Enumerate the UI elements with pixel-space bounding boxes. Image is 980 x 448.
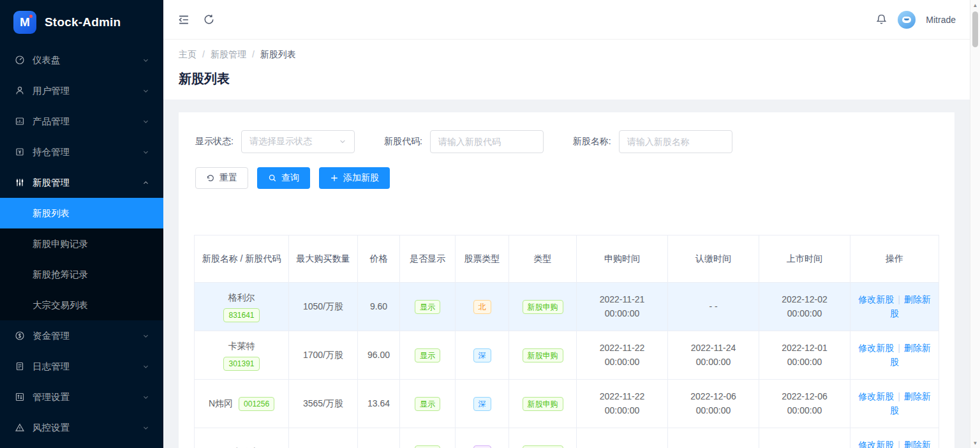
cell-price: 13.64 [358,380,400,428]
sidebar-item-admin-settings[interactable]: 管理设置 [0,382,163,412]
search-icon [268,174,277,183]
app-logo-icon: M [13,11,36,34]
col-name-code: 新股名称 / 新股代码 [195,235,289,283]
window-scrollbar[interactable]: ▲ ▼ [970,0,980,448]
dashboard-icon [14,55,25,66]
warning-triangle-icon [14,422,25,433]
notification-bell-icon[interactable] [875,13,887,26]
settings-icon [14,392,25,403]
scroll-down-arrow[interactable]: ▼ [970,438,980,448]
scrollbar-thumb[interactable] [972,11,978,47]
sidebar-item-new-stock[interactable]: 新股管理 [0,167,163,198]
user-avatar[interactable] [898,11,916,29]
sidebar-menu: 仪表盘 用户管理 产品管理 持仓管理 [0,45,163,448]
cell-apply-time: 2022-11-2200:00:00 [577,331,668,380]
type-tag: 新股申购 [523,300,563,314]
cell-operations: 修改新股|删除新股 [850,331,939,380]
scroll-up-arrow[interactable]: ▲ [970,0,980,10]
delete-stock-link[interactable]: 删除新股 [890,294,931,318]
cell-name-code: N炜冈001256 [195,380,289,428]
cell-type: 新股申购 [509,428,577,448]
stock-name: 格利尔 [200,291,283,305]
delete-stock-link[interactable]: 删除新股 [890,343,931,367]
cell-apply-time: 2022-11-23 [577,428,668,448]
submenu-item-block-trade-list[interactable]: 大宗交易列表 [0,290,163,320]
cell-max-quantity: 3565/万股 [289,380,358,428]
col-stock-type: 股票类型 [456,235,509,283]
document-icon [14,361,25,372]
cell-stock-type: 沪 [456,428,509,448]
cell-stock-type: 深 [456,331,509,380]
filter-stock-code: 新股代码: [384,130,544,153]
market-tag: 深 [473,348,491,362]
submenu-item-subscription-records[interactable]: 新股申购记录 [0,228,163,259]
edit-stock-link[interactable]: 修改新股 [858,294,894,304]
edit-stock-link[interactable]: 修改新股 [858,391,894,401]
cell-type: 新股申购 [509,380,577,428]
breadcrumb-new-stock-mgmt[interactable]: 新股管理 [211,49,246,59]
filter-stock-name: 新股名称: [573,130,732,153]
edit-stock-link[interactable]: 修改新股 [858,440,894,448]
chevron-down-icon [142,57,149,64]
sidebar-collapse-icon[interactable] [177,13,190,26]
code-label: 新股代码: [384,136,422,147]
users-icon [14,86,25,96]
cell-list-time: 2022-12-0200:00:00 [759,283,850,331]
chevron-down-icon [142,87,149,94]
cell-display: 显示 [400,331,456,380]
cell-stock-type: 北 [456,283,509,331]
cell-display: 显示 [400,428,456,448]
submenu-item-new-stock-list[interactable]: 新股列表 [0,198,163,228]
filter-bar: 显示状态: 请选择显示状态 新股代码: 新股名称: [194,130,939,153]
cell-apply-time: 2022-11-2100:00:00 [577,283,668,331]
breadcrumb: 主页/新股管理/新股列表 [179,49,954,61]
reset-button[interactable]: 重置 [195,167,248,189]
app-title: Stock-Admin [45,15,121,29]
stock-code-tag: 301391 [223,357,259,371]
refresh-icon[interactable] [203,13,215,26]
sidebar-item-dashboard[interactable]: 仪表盘 [0,45,163,75]
stock-code-tag: 001256 [239,397,274,411]
sidebar-item-users[interactable]: 用户管理 [0,75,163,106]
sidebar-item-positions[interactable]: 持仓管理 [0,137,163,167]
col-display: 是否显示 [400,235,456,283]
stock-name-input[interactable] [619,130,732,153]
col-pay-time: 认缴时间 [668,235,759,283]
cell-price: 78.90 [358,428,400,448]
chevron-up-icon [142,179,149,186]
chevron-down-icon [142,149,149,156]
chevron-down-icon [142,363,149,370]
delete-stock-link[interactable]: 删除新股 [890,440,931,448]
cell-apply-time: 2022-11-2200:00:00 [577,380,668,428]
cell-list-time: 2022-12-0100:00:00 [759,331,850,380]
stock-code-input[interactable] [430,130,544,153]
col-operations: 操作 [850,235,939,283]
submenu-item-rush-records[interactable]: 新股抢筹记录 [0,259,163,290]
market-tag: 北 [473,300,491,314]
status-select[interactable]: 请选择显示状态 [241,130,355,153]
cell-display: 显示 [400,283,456,331]
cell-max-quantity: 1914/万股 [289,428,358,448]
cell-pay-time: 2022-11-2400:00:00 [668,331,759,380]
add-new-stock-button[interactable]: 添加新股 [319,167,390,189]
sidebar-item-logs[interactable]: 日志管理 [0,351,163,382]
cell-operations: 修改新股|删除新股 [850,380,939,428]
search-button[interactable]: 查询 [257,167,310,189]
sidebar-item-risk-settings[interactable]: 风控设置 [0,412,163,443]
cell-list-time: 2022-12-0600:00:00 [759,380,850,428]
type-tag: 新股申购 [523,348,563,362]
cell-name-code: 格利尔831641 [195,283,289,331]
chevron-down-icon [142,424,149,431]
edit-stock-link[interactable]: 修改新股 [858,343,894,353]
sidebar-item-funds[interactable]: 资金管理 [0,320,163,351]
stock-name: 三未信安 [200,445,283,448]
chevron-down-icon [142,118,149,125]
sidebar-item-products[interactable]: 产品管理 [0,106,163,137]
app-logo: M Stock-Admin [0,0,163,45]
list-card: 显示状态: 请选择显示状态 新股代码: 新股名称: [179,112,954,448]
breadcrumb-home[interactable]: 主页 [179,49,197,59]
delete-stock-link[interactable]: 删除新股 [890,391,931,415]
cell-price: 9.60 [358,283,400,331]
col-apply-time: 申购时间 [577,235,668,283]
cell-price: 96.00 [358,331,400,380]
